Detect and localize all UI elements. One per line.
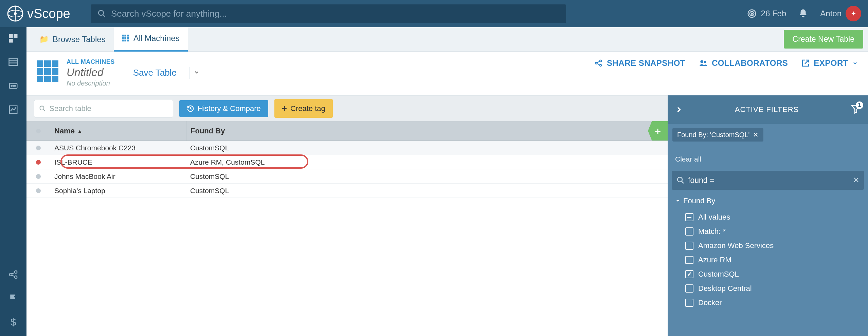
svg-point-3 [14,12,17,15]
sidebar-item-flag[interactable] [6,291,20,305]
svg-rect-29 [124,37,126,39]
column-name[interactable]: Name ▲ [50,127,186,135]
status-dot-icon [36,174,41,179]
filter-option[interactable]: Docker [668,296,868,310]
svg-rect-11 [9,39,13,42]
global-search[interactable] [91,4,566,23]
user-menu[interactable]: Anton ✦ [820,6,861,21]
table-icon-large [37,60,58,82]
svg-rect-12 [9,59,18,66]
filter-option[interactable]: All values [668,210,868,224]
discovery-date[interactable]: 26 Feb [747,8,786,19]
brand[interactable]: vScope [7,5,70,22]
sidebar-item-billing[interactable]: $ [6,315,20,329]
table-search-input[interactable] [49,104,168,113]
cell-found-by: CustomSQL [186,169,319,183]
create-new-table-button[interactable]: Create New Table [784,30,863,49]
checkbox-icon [685,213,693,221]
filter-option[interactable]: Amazon Web Services [668,239,868,253]
page-header: ALL MACHINES Untitled No description Sav… [26,52,868,95]
sort-asc-icon: ▲ [77,128,82,134]
save-table-button[interactable]: Save Table [133,68,177,78]
global-search-input[interactable] [111,8,559,19]
table-row[interactable]: Johns MacBook AirCustomSQL [26,169,668,184]
filter-options: All valuesMatch: *Amazon Web ServicesAzu… [668,210,868,310]
svg-point-45 [677,177,682,182]
column-found-by[interactable]: Found By [186,121,319,141]
sidebar-item-dashboard[interactable] [6,31,20,45]
svg-point-41 [40,106,44,110]
svg-rect-10 [14,34,17,38]
table-row[interactable]: ASUS Chromebook C223CustomSQL [26,141,668,155]
table-row[interactable]: Sophia's LaptopCustomSQL [26,184,668,198]
filter-option[interactable]: Desktop Central [668,281,868,296]
cell-name: Johns MacBook Air [50,172,186,181]
grid-icon [122,35,129,42]
checkbox-icon [685,256,693,264]
history-compare-button[interactable]: History & Compare [179,100,268,117]
users-icon [699,59,708,68]
checkbox-icon [685,299,693,307]
clear-input-icon[interactable]: ✕ [853,176,859,185]
breadcrumb[interactable]: ALL MACHINES [67,58,115,66]
cell-name: Sophia's Laptop [50,187,186,195]
checkbox-icon [685,284,693,293]
svg-rect-27 [127,35,129,37]
filter-search-input[interactable] [688,176,850,185]
top-bar: vScope 26 Feb Anton ✦ [0,0,868,27]
svg-line-23 [12,273,15,274]
filter-option[interactable]: Azure RM [668,253,868,267]
filter-option[interactable]: CustomSQL [668,267,868,281]
sidebar-item-share[interactable] [6,267,20,282]
filter-option-label: Desktop Central [698,284,752,293]
filter-option-label: CustomSQL [698,270,739,279]
share-snapshot-button[interactable]: SHARE SNAPSHOT [594,58,685,68]
tabs-bar: 📁 Browse Tables All Machines Create New … [26,27,868,52]
tab-all-machines[interactable]: All Machines [114,27,188,52]
add-column-button[interactable]: ＋ [648,121,668,141]
chevron-right-icon[interactable] [674,105,683,114]
save-table-dropdown[interactable] [189,67,203,79]
svg-line-44 [191,109,192,109]
clear-all-button[interactable]: Clear all [668,146,868,169]
cell-name: ISL-BRUCE [50,158,186,166]
svg-rect-9 [9,34,13,38]
table-search[interactable] [34,100,173,117]
sidebar-item-misc1[interactable] [6,79,20,93]
create-tag-button[interactable]: + Create tag [274,99,333,118]
filter-option-label: Match: * [698,227,726,236]
filter-chips: Found By: 'CustomSQL' ✕ [668,124,868,146]
sidebar-item-chart[interactable] [6,102,20,117]
svg-rect-31 [122,40,124,42]
sidebar-item-tables[interactable] [6,55,20,69]
cell-found-by: Azure RM, CustomSQL [186,155,319,169]
filter-option[interactable]: Match: * [668,224,868,239]
tab-browse-tables[interactable]: 📁 Browse Tables [31,27,114,52]
collaborators-button[interactable]: COLLABORATORS [699,58,788,68]
export-icon [801,59,810,67]
svg-point-39 [700,60,703,63]
svg-line-24 [12,275,15,277]
column-select[interactable] [26,129,50,133]
page-description: No description [67,79,115,87]
filter-group-found-by[interactable]: Found By [668,192,868,210]
table-row[interactable]: ISL-BRUCEAzure RM, CustomSQL [26,155,668,169]
table-rows: ASUS Chromebook C223CustomSQLISL-BRUCEAz… [26,141,668,198]
plus-icon: + [282,103,287,114]
filter-count-badge: 1 [856,101,863,109]
close-icon[interactable]: ✕ [753,131,759,139]
user-name: Anton [820,9,842,18]
svg-point-40 [704,61,706,63]
filter-funnel[interactable]: 1 [850,104,861,116]
folder-icon: 📁 [39,35,49,44]
svg-rect-32 [124,40,126,42]
svg-line-42 [43,109,45,111]
bell-icon[interactable] [798,8,808,19]
filter-option-label: Azure RM [698,256,731,264]
status-dot-icon [36,160,41,165]
export-button[interactable]: EXPORT [801,58,858,68]
filter-search[interactable]: ✕ [672,171,864,190]
filters-header: ACTIVE FILTERS 1 [668,95,868,124]
filter-chip[interactable]: Found By: 'CustomSQL' ✕ [672,128,763,142]
svg-line-38 [597,63,600,65]
